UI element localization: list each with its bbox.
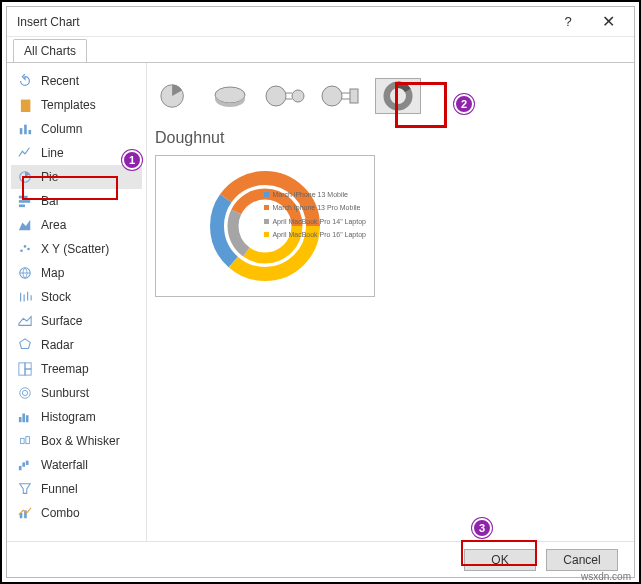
sidebar-item-templates[interactable]: ▇ Templates	[11, 93, 142, 117]
svg-rect-4	[19, 196, 28, 199]
svg-rect-5	[19, 200, 30, 203]
svg-point-9	[27, 248, 30, 251]
svg-rect-22	[22, 462, 25, 466]
dialog-footer: OK Cancel	[7, 541, 634, 577]
svg-point-29	[292, 90, 304, 102]
map-icon	[17, 265, 33, 281]
preview-area: March iPhone 13 Mobile March Iphone 13 P…	[147, 155, 634, 541]
subtype-doughnut[interactable]	[375, 78, 421, 114]
sidebar-item-funnel[interactable]: Funnel	[11, 477, 142, 501]
radar-icon	[17, 337, 33, 353]
legend-label: March Iphone 13 Pro Mobile	[272, 201, 360, 214]
ok-button[interactable]: OK	[464, 549, 536, 571]
sidebar-item-label: Map	[41, 266, 64, 280]
chart-preview[interactable]: March iPhone 13 Mobile March Iphone 13 P…	[155, 155, 375, 297]
sidebar-item-map[interactable]: Map	[11, 261, 142, 285]
help-button[interactable]: ?	[548, 7, 588, 36]
svg-rect-11	[19, 363, 25, 375]
pie-icon	[17, 169, 33, 185]
svg-rect-16	[19, 417, 22, 422]
svg-rect-13	[25, 369, 31, 375]
legend-label: March iPhone 13 Mobile	[272, 188, 348, 201]
sidebar-item-combo[interactable]: Combo	[11, 501, 142, 525]
sidebar-item-label: Line	[41, 146, 64, 160]
svg-point-15	[20, 388, 31, 399]
sidebar-item-radar[interactable]: Radar	[11, 333, 142, 357]
svg-point-14	[22, 390, 27, 395]
annotation-badge-2: 2	[454, 94, 474, 114]
svg-point-8	[24, 245, 27, 248]
sidebar-item-label: Funnel	[41, 482, 78, 496]
annotation-badge-1: 1	[122, 150, 142, 170]
surface-icon	[17, 313, 33, 329]
templates-icon: ▇	[17, 97, 33, 113]
sidebar-item-label: Pie	[41, 170, 58, 184]
svg-rect-31	[350, 89, 358, 103]
line-icon	[17, 145, 33, 161]
sidebar-item-label: Bar	[41, 194, 60, 208]
pie-subtype-row	[147, 67, 634, 125]
histogram-icon	[17, 409, 33, 425]
tabstrip: All Charts	[7, 37, 634, 63]
svg-rect-0	[20, 128, 23, 134]
chart-category-sidebar: Recent ▇ Templates Column Line Pie Bar	[7, 63, 147, 541]
svg-rect-17	[22, 414, 25, 423]
sidebar-item-treemap[interactable]: Treemap	[11, 357, 142, 381]
annotation-badge-3: 3	[472, 518, 492, 538]
combo-icon	[17, 505, 33, 521]
subtype-pie3d[interactable]	[207, 78, 253, 114]
bar-icon	[17, 193, 33, 209]
watermark: wsxdn.com	[581, 571, 631, 582]
tab-allcharts[interactable]: All Charts	[13, 39, 87, 63]
subtype-pie[interactable]	[151, 78, 197, 114]
sidebar-item-label: X Y (Scatter)	[41, 242, 109, 256]
sidebar-item-waterfall[interactable]: Waterfall	[11, 453, 142, 477]
sidebar-item-surface[interactable]: Surface	[11, 309, 142, 333]
sidebar-item-label: Surface	[41, 314, 82, 328]
subtype-barofpie[interactable]	[319, 78, 365, 114]
sidebar-item-label: Histogram	[41, 410, 96, 424]
recent-icon	[17, 73, 33, 89]
sidebar-item-label: Sunburst	[41, 386, 89, 400]
sidebar-item-area[interactable]: Area	[11, 213, 142, 237]
area-icon	[17, 217, 33, 233]
column-icon	[17, 121, 33, 137]
scatter-icon	[17, 241, 33, 257]
svg-rect-12	[25, 363, 31, 369]
legend: March iPhone 13 Mobile March Iphone 13 P…	[264, 188, 366, 241]
dialog-title: Insert Chart	[13, 15, 548, 29]
sidebar-item-label: Stock	[41, 290, 71, 304]
sidebar-item-histogram[interactable]: Histogram	[11, 405, 142, 429]
waterfall-icon	[17, 457, 33, 473]
sidebar-item-boxwhisker[interactable]: Box & Whisker	[11, 429, 142, 453]
sidebar-item-label: Column	[41, 122, 82, 136]
sidebar-item-column[interactable]: Column	[11, 117, 142, 141]
sidebar-item-recent[interactable]: Recent	[11, 69, 142, 93]
svg-point-28	[266, 86, 286, 106]
svg-point-7	[20, 249, 23, 252]
svg-rect-23	[26, 461, 29, 465]
svg-rect-1	[24, 125, 27, 135]
sidebar-item-label: Templates	[41, 98, 96, 112]
stock-icon	[17, 289, 33, 305]
boxwhisker-icon	[17, 433, 33, 449]
sidebar-item-xy[interactable]: X Y (Scatter)	[11, 237, 142, 261]
sidebar-item-label: Treemap	[41, 362, 89, 376]
sunburst-icon	[17, 385, 33, 401]
sidebar-item-sunburst[interactable]: Sunburst	[11, 381, 142, 405]
sidebar-item-pie[interactable]: Pie	[11, 165, 142, 189]
legend-label: April MacBook Pro 14" Laptop	[272, 215, 366, 228]
svg-rect-21	[19, 466, 22, 470]
cancel-button[interactable]: Cancel	[546, 549, 618, 571]
sidebar-item-label: Combo	[41, 506, 80, 520]
svg-rect-6	[19, 205, 25, 208]
svg-rect-19	[21, 438, 25, 443]
legend-label: April MacBook Pro 16" Laptop	[272, 228, 366, 241]
sidebar-item-label: Waterfall	[41, 458, 88, 472]
funnel-icon	[17, 481, 33, 497]
sidebar-item-stock[interactable]: Stock	[11, 285, 142, 309]
subtype-pieofpie[interactable]	[263, 78, 309, 114]
sidebar-item-bar[interactable]: Bar	[11, 189, 142, 213]
svg-point-30	[322, 86, 342, 106]
close-button[interactable]: ✕	[588, 7, 628, 36]
